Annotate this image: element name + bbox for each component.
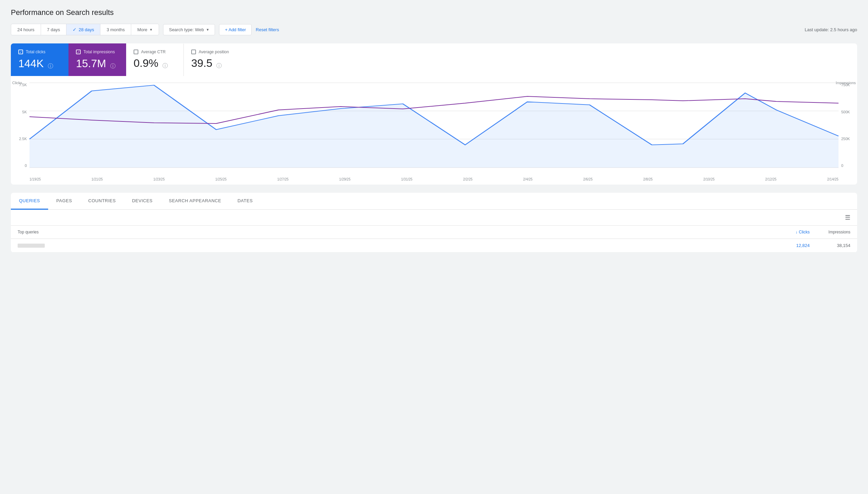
header-clicks[interactable]: ↓ Clicks [769,230,810,234]
metric-tile-position[interactable]: Average position 39.5 ⓘ [184,43,241,76]
page-container: Performance on Search results 24 hours 7… [0,0,868,494]
x-label-1: 1/21/25 [92,177,103,181]
tab-search-appearance-label: SEARCH APPEARANCE [169,198,221,203]
tab-queries[interactable]: QUERIES [11,193,48,210]
tab-pages-label: PAGES [56,198,72,203]
date-filter-group: 24 hours 7 days ✓ 28 days 3 months More … [11,24,159,35]
x-label-11: 2/10/25 [703,177,714,181]
chart-area: Clicks Impressions 7.5K 5K 2.5K 0 750K 5… [11,76,857,185]
ctr-checkbox[interactable] [134,50,138,54]
tab-dates[interactable]: DATES [229,193,261,210]
toolbar: 24 hours 7 days ✓ 28 days 3 months More … [11,24,857,35]
x-label-2: 1/23/25 [153,177,164,181]
metrics-row: Total clicks 144K ⓘ Total impressions 15… [11,43,857,76]
x-label-7: 2/2/25 [463,177,473,181]
date-btn-24h-label: 24 hours [17,27,35,32]
y-right-250k: 250K [841,137,850,141]
page-title: Performance on Search results [11,8,857,17]
table-filter-button[interactable]: ☰ [845,214,850,221]
x-label-8: 2/4/25 [523,177,533,181]
metric-header-ctr: Average CTR [134,50,177,54]
date-btn-3m-label: 3 months [106,27,124,32]
tabs-card: QUERIES PAGES COUNTRIES DEVICES SEARCH A… [11,193,857,252]
tabs-row: QUERIES PAGES COUNTRIES DEVICES SEARCH A… [11,193,857,210]
tab-devices[interactable]: DEVICES [124,193,161,210]
svg-marker-4 [29,85,839,168]
date-btn-more-label: More [137,27,147,32]
impressions-cell: 38,154 [810,243,850,248]
y-right-750k: 750K [841,83,850,87]
date-btn-7d[interactable]: 7 days [41,24,66,35]
metric-header-clicks: Total clicks [18,50,61,54]
ctr-label: Average CTR [141,50,165,54]
query-cell [18,244,769,248]
position-checkbox[interactable] [191,50,196,54]
position-value: 39.5 [191,57,212,70]
impressions-info-icon[interactable]: ⓘ [110,63,116,70]
add-filter-button[interactable]: + Add filter [219,24,252,35]
ctr-info-icon[interactable]: ⓘ [162,62,168,70]
x-labels: 1/19/25 1/21/25 1/23/25 1/25/25 1/27/25 … [29,177,839,181]
x-label-4: 1/27/25 [277,177,289,181]
metric-tile-ctr[interactable]: Average CTR 0.9% ⓘ [126,43,184,76]
metric-header-impressions: Total impressions [76,50,119,54]
x-label-3: 1/25/25 [215,177,226,181]
clicks-value: 144K [18,57,44,70]
chart-svg-container [29,83,839,168]
reset-filters-label: Reset filters [256,27,279,32]
x-label-6: 1/31/25 [401,177,412,181]
chart-svg [29,83,839,168]
tab-countries[interactable]: COUNTRIES [80,193,124,210]
position-info-icon[interactable]: ⓘ [216,62,222,70]
search-type-filter[interactable]: Search type: Web ▼ [163,24,215,35]
tab-dates-label: DATES [237,198,253,203]
y-left-0: 0 [25,164,27,168]
x-label-5: 1/29/25 [339,177,350,181]
y-left-5000: 5K [22,110,27,114]
date-btn-28d[interactable]: ✓ 28 days [66,24,101,35]
x-label-9: 2/6/25 [583,177,593,181]
chevron-down-icon: ▼ [150,28,153,32]
impressions-checkbox[interactable] [76,50,81,54]
ctr-value: 0.9% [134,57,158,70]
reset-filters-button[interactable]: Reset filters [256,27,279,32]
tab-pages[interactable]: PAGES [48,193,80,210]
header-query-label: Top queries [18,230,39,234]
impressions-value: 15.7M [76,57,106,70]
clicks-checkbox[interactable] [18,50,23,54]
position-label: Average position [199,50,229,54]
tab-queries-label: QUERIES [19,198,40,203]
check-icon: ✓ [73,27,77,32]
date-btn-7d-label: 7 days [47,27,60,32]
x-label-13: 2/14/25 [827,177,838,181]
add-filter-label: + Add filter [225,27,246,32]
metric-tile-impressions[interactable]: Total impressions 15.7M ⓘ [68,43,126,76]
table-row: 12,824 38,154 [11,239,857,252]
chart-card: Total clicks 144K ⓘ Total impressions 15… [11,43,857,185]
date-btn-24h[interactable]: 24 hours [11,24,41,35]
tab-countries-label: COUNTRIES [88,198,116,203]
tab-search-appearance[interactable]: SEARCH APPEARANCE [161,193,229,210]
x-label-12: 2/12/25 [765,177,776,181]
chevron-down-icon-2: ▼ [206,28,210,32]
x-label-10: 2/8/25 [643,177,653,181]
date-btn-28d-label: 28 days [79,27,94,32]
impressions-label: Total impressions [83,50,115,54]
y-left-labels: 7.5K 5K 2.5K 0 [11,83,29,168]
metric-header-position: Average position [191,50,235,54]
header-clicks-label: Clicks [799,230,810,234]
y-right-0: 0 [841,164,843,168]
date-btn-3m[interactable]: 3 months [100,24,131,35]
query-placeholder [18,244,45,248]
filter-icon: ☰ [845,214,850,221]
y-left-2500: 2.5K [19,137,27,141]
table-toolbar: ☰ [11,210,857,226]
last-update-text: Last update: 2.5 hours ago [805,27,857,32]
clicks-info-icon[interactable]: ⓘ [48,63,53,70]
date-btn-more[interactable]: More ▼ [131,24,159,35]
tab-devices-label: DEVICES [132,198,153,203]
clicks-label: Total clicks [26,50,45,54]
metric-tile-clicks[interactable]: Total clicks 144K ⓘ [11,43,68,76]
header-impressions[interactable]: Impressions [810,230,850,234]
search-type-label: Search type: Web [169,27,204,32]
